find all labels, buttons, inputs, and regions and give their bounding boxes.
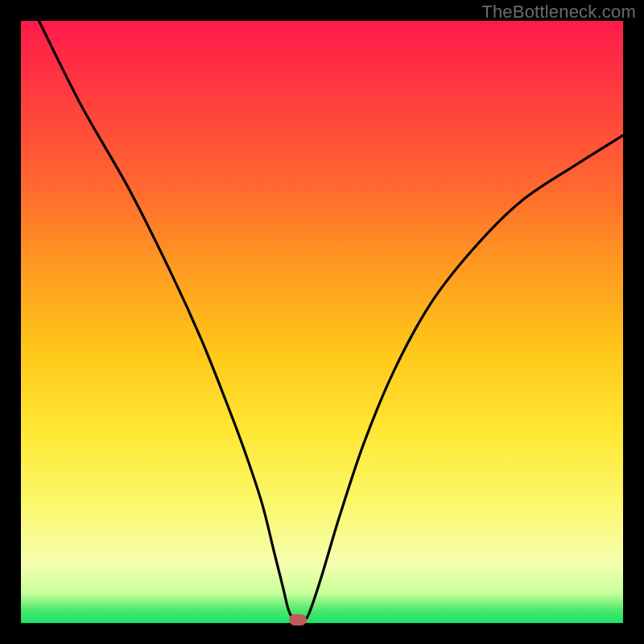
optimal-point-marker [289, 614, 307, 625]
watermark-text: TheBottleneck.com [481, 2, 636, 23]
bottleneck-curve [21, 21, 623, 623]
chart-plot-area [21, 21, 623, 623]
chart-frame: TheBottleneck.com [0, 0, 644, 644]
